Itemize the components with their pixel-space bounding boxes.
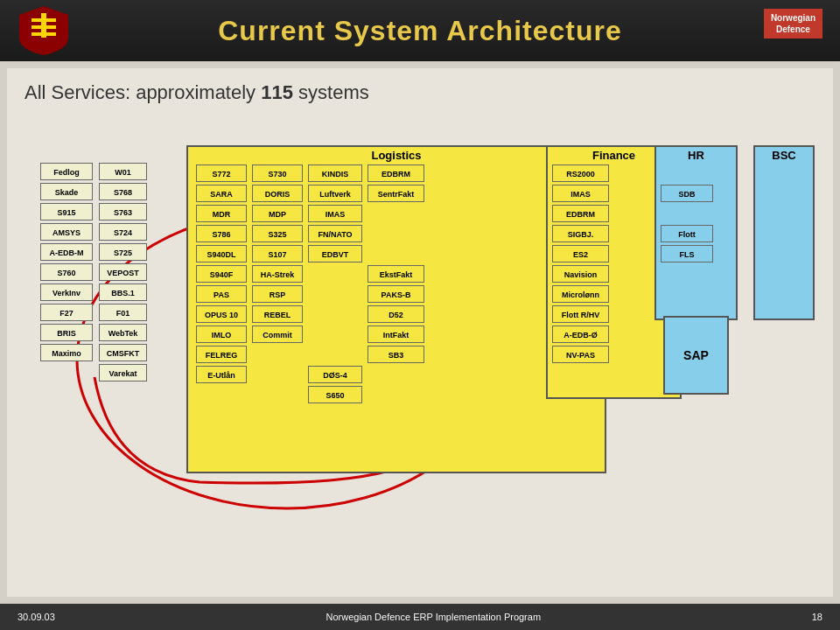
subtitle: All Services: approximately 115 systems: [24, 81, 816, 104]
cell-eutlan: E-Utlån: [196, 366, 247, 383]
cell-s915: S915: [40, 203, 93, 220]
cell-intfakt: IntFakt: [368, 326, 424, 343]
cell-nvpas: NV-PAS: [552, 346, 609, 363]
cell-rebel: REBEL: [252, 305, 303, 323]
cell-s725: S725: [99, 243, 147, 261]
logo: [18, 4, 70, 57]
cell-sigbj: SIGBJ.: [552, 225, 609, 242]
page-title: Current System Architecture: [218, 15, 622, 47]
cell-verkinv: VerkInv: [40, 284, 93, 301]
footer: 30.09.03 Norwegian Defence ERP Implement…: [0, 604, 840, 630]
cell-sentrfakt: SentrFakt: [368, 185, 424, 202]
bsc-label: BSC: [755, 147, 813, 164]
cell-imlo: IMLO: [196, 326, 247, 343]
cell-microlonn: Microlønn: [552, 285, 609, 303]
cell-dos4: DØS-4: [308, 366, 362, 383]
cell-maximo: Maximo: [40, 344, 93, 361]
bsc-layer: BSC: [753, 145, 815, 320]
cell-s650: S650: [308, 386, 362, 403]
cell-amsys: AMSYS: [40, 223, 93, 241]
cell-aedboe: A-EDB-Ø: [552, 326, 609, 343]
cell-d52: D52: [368, 305, 424, 323]
cell-s760: S760: [40, 263, 93, 281]
cell-s768: S768: [99, 183, 147, 200]
cell-pas: PAS: [196, 285, 247, 303]
cell-felreg: FELREG: [196, 346, 247, 363]
cell-mdp: MDP: [252, 205, 303, 222]
cell-skade: Skade: [40, 183, 93, 200]
cell-paksb: PAKS-B: [368, 285, 424, 303]
org-badge: Norwegian Defence: [764, 9, 822, 38]
cell-rsp: RSP: [252, 285, 303, 303]
cell-cmsfkt: CMSFKT: [99, 344, 147, 361]
cell-fedlog: Fedlog: [40, 163, 93, 180]
cell-s325: S325: [252, 225, 303, 242]
cell-doris: DORIS: [252, 185, 303, 202]
header: Current System Architecture Norwegian De…: [0, 0, 840, 61]
cell-s786: S786: [196, 225, 247, 242]
cell-s940dl: S940DL: [196, 245, 247, 262]
cell-kindis: KINDIS: [308, 164, 362, 182]
cell-sdb: SDB: [661, 185, 713, 202]
cell-fls: FLS: [661, 245, 713, 262]
architecture-diagram: Logistics Finance HR BSC SAP Fedlog Skad…: [24, 115, 830, 543]
footer-page: 18: [812, 612, 822, 622]
cell-s730: S730: [252, 164, 303, 182]
cell-f01: F01: [99, 304, 147, 321]
cell-commit: Commit: [252, 326, 303, 343]
cell-webtek: WebTek: [99, 324, 147, 341]
cell-s724: S724: [99, 223, 147, 241]
footer-program: Norwegian Defence ERP Implementation Pro…: [326, 612, 541, 622]
cell-aedbm: A-EDB-M: [40, 243, 93, 261]
cell-imas-fin: IMAS: [552, 185, 609, 202]
sap-box: SAP: [663, 316, 729, 395]
cell-edbrm: EDBRM: [368, 164, 424, 182]
cell-vepost: VEPOST: [99, 263, 147, 281]
cell-flott: Flott: [661, 225, 713, 242]
cell-bris: BRIS: [40, 324, 93, 341]
hr-label: HR: [656, 147, 736, 164]
cell-hastrek: HA-Strek: [252, 265, 303, 283]
cell-es2: ES2: [552, 245, 609, 262]
cell-s940f: S940F: [196, 265, 247, 283]
cell-opus10: OPUS 10: [196, 305, 247, 323]
cell-mdr: MDR: [196, 205, 247, 222]
cell-navision: Navision: [552, 265, 609, 283]
cell-w01: W01: [99, 163, 147, 180]
cell-rs2000: RS2000: [552, 164, 609, 182]
main-content: All Services: approximately 115 systems …: [7, 68, 833, 597]
cell-s107: S107: [252, 245, 303, 262]
cell-edbvt: EDBVT: [308, 245, 362, 262]
cell-varekat: Varekat: [99, 364, 147, 382]
svg-rect-3: [41, 13, 46, 38]
cell-ekstfakt: EkstFakt: [368, 265, 424, 283]
cell-flottrhv: Flott R/HV: [552, 305, 609, 323]
cell-f27: F27: [40, 304, 93, 321]
cell-s772: S772: [196, 164, 247, 182]
cell-luftverk: Luftverk: [308, 185, 362, 202]
cell-imas: IMAS: [308, 205, 362, 222]
cell-sara: SARA: [196, 185, 247, 202]
cell-sb3: SB3: [368, 346, 424, 363]
cell-bbs1: BBS.1: [99, 284, 147, 301]
footer-date: 30.09.03: [18, 612, 55, 622]
cell-fnnato: FN/NATO: [308, 225, 362, 242]
cell-edbrm-fin: EDBRM: [552, 205, 609, 222]
cell-s763: S763: [99, 203, 147, 220]
logistics-label: Logistics: [188, 147, 605, 164]
